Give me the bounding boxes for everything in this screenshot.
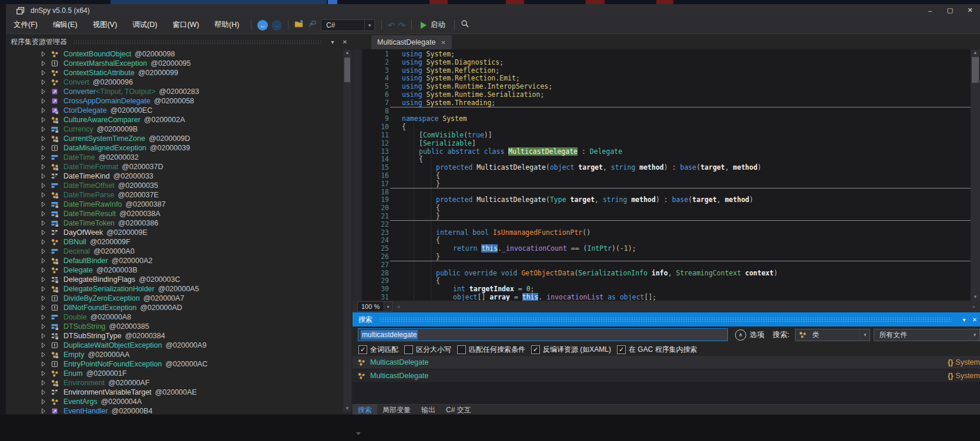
expand-arrow-icon[interactable] (41, 79, 48, 85)
expand-arrow-icon[interactable] (41, 107, 48, 113)
scroll-left-icon[interactable]: ◂ (395, 302, 402, 311)
navigate-forward-button[interactable]: → (271, 20, 282, 31)
code-line-4[interactable]: 4using System.Reflection.Emit; (362, 75, 971, 83)
code-line-24[interactable]: 24{ (362, 237, 971, 245)
code-line-14[interactable]: 14{ (362, 156, 971, 164)
scroll-up-icon[interactable]: ▲ (343, 49, 351, 56)
tree-item-ContextMarshalException[interactable]: ContextMarshalException@02000095 (6, 59, 342, 68)
tree-scrollbar[interactable]: ▲ ▼ (343, 49, 351, 412)
expand-arrow-icon[interactable] (41, 399, 48, 405)
expand-arrow-icon[interactable] (41, 305, 48, 311)
code-line-18[interactable]: 18 (362, 188, 971, 197)
expand-arrow-icon[interactable] (41, 117, 48, 123)
tree-item-CtorDelegate[interactable]: CtorDelegate@020000EC (6, 106, 342, 115)
tree-item-DateTime[interactable]: DateTime@02000032 (6, 153, 342, 162)
tree-item-DateTimeFormat[interactable]: DateTimeFormat@0200037D (6, 162, 342, 171)
expand-arrow-icon[interactable] (41, 126, 48, 132)
tree-item-DataMisalignedException[interactable]: DataMisalignedException@02000039 (6, 143, 342, 153)
expand-arrow-icon[interactable] (41, 70, 48, 76)
file-filter-select[interactable]: 所有文件 ▾ (874, 329, 980, 341)
zoom-level-select[interactable]: 100 % (357, 301, 384, 312)
code-line-8[interactable]: 8 (362, 107, 971, 116)
code-line-3[interactable]: 3using System.Reflection; (362, 67, 971, 75)
menu-item[interactable]: 调试(D) (125, 16, 165, 33)
code-line-30[interactable]: 30int targetIndex = 0; (362, 285, 971, 294)
search-option-checkbox[interactable]: ✓全词匹配 (358, 345, 398, 355)
search-input[interactable]: multicastdelegate (358, 328, 728, 341)
code-line-9[interactable]: 9namespace System (362, 115, 971, 123)
editor-hscrollbar[interactable]: ◂ ▸ (395, 302, 978, 311)
navigate-back-button[interactable]: ← (257, 20, 268, 31)
tree-item-CrossAppDomainDelegate[interactable]: CrossAppDomainDelegate@02000058 (6, 96, 342, 106)
title-bar[interactable]: dnSpy v5.0.5 (x64) – ▢ ✕ (6, 4, 980, 16)
bottom-tab-搜索[interactable]: 搜索 (353, 405, 377, 415)
expand-arrow-icon[interactable] (41, 192, 48, 198)
bottom-tab-局部变量[interactable]: 局部变量 (377, 405, 416, 415)
expand-arrow-icon[interactable] (41, 389, 48, 395)
tree-item-CultureAwareComparer[interactable]: CultureAwareComparer@0200002A (6, 115, 342, 124)
tree-item-DateTimeKind[interactable]: DateTimeKind@02000033 (6, 171, 342, 181)
tree-item-Currency[interactable]: Currency@0200009B (6, 124, 342, 134)
scrollbar-thumb[interactable] (972, 57, 979, 83)
tree-item-DateTimeOffset[interactable]: DateTimeOffset@02000035 (6, 181, 342, 190)
tree-item-DateTimeParse[interactable]: DateTimeParse@0200037E (6, 190, 342, 200)
code-line-7[interactable]: 7using System.Threading; (362, 99, 971, 107)
scroll-up-icon[interactable]: ▲ (971, 49, 980, 56)
code-line-19[interactable]: 19protected MulticastDelegate(Type targe… (362, 196, 971, 204)
code-line-2[interactable]: 2using System.Diagnostics; (362, 59, 971, 67)
panel-close-button[interactable]: ✕ (340, 39, 350, 45)
scroll-right-icon[interactable]: ▸ (971, 302, 978, 311)
tree-item-Environment[interactable]: Environment@020000AF (6, 378, 342, 388)
tree-item-Empty[interactable]: Empty@020000AA (6, 350, 342, 359)
search-result-row[interactable]: MulticastDelegate{}System (353, 369, 980, 383)
tree-item-DivideByZeroException[interactable]: DivideByZeroException@020000A7 (6, 294, 342, 303)
tree-item-Converter[interactable]: Converter<TInput, TOutput>@02000283 (6, 87, 342, 96)
expand-arrow-icon[interactable] (41, 136, 48, 142)
checkbox-checked-icon[interactable]: ✓ (531, 345, 540, 354)
code-line-25[interactable]: 25return this._invocationCount == (IntPt… (362, 245, 971, 253)
tree-item-DTSubStringType[interactable]: DTSubStringType@02000384 (6, 331, 342, 341)
tree-item-DelegateSerializationHolder[interactable]: DelegateSerializationHolder@020000A5 (6, 284, 342, 294)
expand-arrow-icon[interactable] (41, 324, 48, 329)
tab-multicastdelegate[interactable]: MulticastDelegate ✕ (371, 35, 452, 49)
expand-arrow-icon[interactable] (41, 342, 48, 348)
search-option-checkbox[interactable]: ✓在 GAC 程序集内搜索 (617, 345, 697, 355)
expand-arrow-icon[interactable] (41, 145, 48, 151)
expand-arrow-icon[interactable] (41, 154, 48, 160)
checkbox-unchecked-icon[interactable] (457, 345, 466, 354)
expand-arrow-icon[interactable] (41, 239, 48, 245)
code-line-11[interactable]: 11[ComVisible(true)] (362, 132, 971, 140)
search-option-checkbox[interactable]: 区分大小写 (404, 345, 451, 355)
zoom-dropdown-icon[interactable]: ▾ (384, 301, 392, 312)
maximize-button[interactable]: ▢ (940, 4, 960, 16)
redo-button[interactable]: ↷ (398, 21, 405, 30)
menu-item[interactable]: 文件(F) (6, 16, 45, 33)
code-line-1[interactable]: 1using System; (362, 51, 971, 59)
checkbox-unchecked-icon[interactable] (404, 345, 413, 354)
expand-arrow-icon[interactable] (41, 295, 48, 301)
expand-arrow-icon[interactable] (41, 361, 48, 367)
code-line-5[interactable]: 5using System.Runtime.InteropServices; (362, 83, 971, 91)
expand-arrow-icon[interactable] (41, 277, 48, 282)
tree-item-DelegateBindingFlags[interactable]: DelegateBindingFlags@0200003C (6, 275, 342, 284)
bottom-tab-输出[interactable]: 输出 (416, 405, 441, 415)
tree-item-Decimal[interactable]: Decimal@020000A0 (6, 247, 342, 256)
search-option-checkbox[interactable]: ✓反编译资源 (如XAML) (531, 345, 611, 355)
attach-to-process-button[interactable] (307, 20, 317, 31)
code-line-16[interactable]: 16{ (362, 172, 971, 180)
search-option-checkbox[interactable]: 匹配任何搜索条件 (457, 345, 525, 355)
tree-item-DayOfWeek[interactable]: DayOfWeek@0200009E (6, 228, 342, 237)
tree-item-EnvironmentVariableTarget[interactable]: EnvironmentVariableTarget@020000AE (6, 388, 342, 397)
minimize-button[interactable]: – (920, 4, 940, 16)
open-file-button[interactable] (294, 20, 304, 31)
tab-close-icon[interactable]: ✕ (441, 39, 445, 46)
expand-arrow-icon[interactable] (41, 183, 48, 188)
code-line-15[interactable]: 15protected MulticastDelegate(object tar… (362, 164, 971, 172)
panel-grip[interactable] (380, 317, 952, 322)
code-line-28[interactable]: 28public override void GetObjectData(Ser… (362, 270, 971, 278)
type-filter-select[interactable]: 类 ▾ (795, 329, 870, 341)
start-debugging-button[interactable]: 启动 (421, 20, 445, 30)
expand-arrow-icon[interactable] (41, 248, 48, 254)
tree-item-Enum[interactable]: Enum@0200001F (6, 369, 342, 378)
code-line-10[interactable]: 10{ (362, 123, 971, 132)
